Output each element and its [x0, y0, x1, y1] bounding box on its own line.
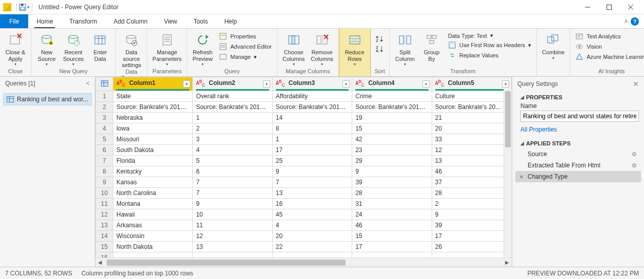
grid-cell[interactable]: Source: Bankrate's 2019 "Bes... [352, 102, 432, 113]
use-first-row-headers-button[interactable]: Use First Row as Headers ▾ [446, 40, 533, 50]
grid-cell[interactable]: Montana [113, 199, 193, 209]
grid-cell[interactable]: 26 [432, 242, 511, 252]
grid-cell[interactable]: 21 [432, 113, 511, 123]
advanced-editor-button[interactable]: Advanced Editor [217, 42, 274, 51]
close-button[interactable] [620, 1, 641, 13]
grid-cell[interactable]: 33 [432, 134, 511, 145]
filter-dropdown-icon[interactable]: ▾ [263, 80, 270, 88]
grid-cell[interactable]: 20 [272, 231, 352, 242]
grid-cell[interactable]: 1 [272, 134, 352, 145]
grid-cell[interactable]: North Carolina [113, 188, 193, 199]
grid-cell[interactable]: 10 [193, 209, 272, 220]
row-header[interactable]: 16 [96, 252, 113, 257]
grid-cell[interactable]: 3 [193, 134, 272, 145]
applied-steps-header[interactable]: ◢APPLIED STEPS [512, 137, 644, 147]
choose-columns-button[interactable]: Choose Columns▾ [280, 30, 307, 67]
properties-button[interactable]: Properties [217, 32, 274, 41]
grid-cell[interactable]: 7 [193, 177, 272, 188]
grid-cell[interactable]: Source: Bankrate's 2019 "Bes... [272, 102, 352, 113]
grid-cell[interactable]: Iowa [113, 123, 193, 134]
grid-cell[interactable]: 13 [272, 188, 352, 199]
row-header[interactable]: 3 [96, 113, 113, 123]
grid-cell[interactable]: 8 [272, 123, 352, 134]
grid-cell[interactable]: 17 [432, 231, 511, 242]
grid-cell[interactable]: Hawaii [113, 209, 193, 220]
delete-step-icon[interactable]: ✕ [519, 174, 524, 180]
maximize-button[interactable] [599, 1, 619, 13]
scroll-right-icon[interactable]: ▶ [502, 260, 512, 265]
grid-cell[interactable]: 20 [432, 123, 511, 134]
filter-dropdown-icon[interactable]: ▾ [422, 80, 430, 88]
row-header[interactable]: 15 [96, 242, 113, 252]
minimize-button[interactable] [577, 1, 598, 13]
grid-cell[interactable]: 28 [352, 188, 432, 199]
grid-cell[interactable]: Overall rank [193, 91, 272, 102]
grid-cell[interactable]: 14 [272, 113, 352, 123]
replace-values-button[interactable]: Replace Values [446, 51, 533, 60]
manage-button[interactable]: Manage ▾ [217, 52, 274, 61]
grid-cell[interactable]: 46 [352, 220, 432, 231]
row-header[interactable]: 9 [96, 177, 113, 188]
collapse-ribbon-icon[interactable]: ᐱ [625, 19, 628, 24]
azure-ml-button[interactable]: Azure Machine Learning [573, 52, 644, 61]
grid-cell[interactable]: 29 [352, 156, 432, 166]
grid-cell[interactable]: 9 [272, 166, 352, 177]
data-type-button[interactable]: Data Type: Text ▾ [446, 32, 533, 39]
grid-cell[interactable]: 39 [432, 220, 511, 231]
applied-step[interactable]: Source⚙ [515, 148, 641, 160]
grid-cell[interactable]: 15 [352, 231, 432, 242]
grid-cell[interactable]: 22 [272, 242, 352, 252]
grid-cell[interactable]: Culture [432, 91, 511, 102]
grid-cell[interactable] [352, 252, 432, 257]
grid-cell[interactable]: 12 [193, 231, 272, 242]
row-header[interactable]: 14 [96, 231, 113, 242]
vision-button[interactable]: Vision [573, 42, 644, 51]
grid-cell[interactable]: 5 [193, 156, 272, 166]
reduce-rows-button[interactable]: Reduce Rows▾ [343, 30, 367, 67]
grid-cell[interactable]: Source: Bankrate's 20... [432, 102, 511, 113]
grid-cell[interactable]: Florida [113, 156, 193, 166]
grid-cell[interactable]: 9 [352, 166, 432, 177]
grid-cell[interactable]: 46 [432, 166, 511, 177]
gear-icon[interactable]: ⚙ [632, 151, 637, 158]
row-header[interactable]: 12 [96, 209, 113, 220]
scroll-left-icon[interactable]: ◀ [95, 260, 105, 265]
grid-cell[interactable]: 2 [432, 199, 511, 209]
row-header[interactable]: 13 [96, 220, 113, 231]
tab-transform[interactable]: Transform [61, 14, 105, 28]
filter-dropdown-icon[interactable]: ▾ [183, 80, 190, 88]
grid-cell[interactable]: Source: Bankrate's 2019 "Bes... [193, 102, 272, 113]
grid-cell[interactable]: Source: Bankrate's 2019 "Bes... [113, 102, 193, 113]
column-header-column2[interactable]: ABC Column2▾ [193, 77, 272, 91]
column-header-column1[interactable]: ABC Column1▾ [113, 77, 193, 91]
grid-cell[interactable] [272, 252, 352, 257]
vertical-scrollbar[interactable] [504, 89, 512, 257]
applied-step[interactable]: Extracted Table From Html⚙ [515, 160, 641, 171]
grid-corner[interactable] [96, 77, 113, 91]
filter-dropdown-icon[interactable]: ▾ [343, 80, 350, 88]
grid-cell[interactable]: 13 [193, 242, 272, 252]
grid-cell[interactable]: 12 [432, 145, 511, 156]
grid-cell[interactable]: 28 [432, 188, 511, 199]
tab-help[interactable]: Help [216, 14, 245, 28]
save-icon[interactable] [19, 4, 26, 11]
grid-cell[interactable] [113, 252, 193, 257]
grid-cell[interactable]: 42 [352, 134, 432, 145]
tab-home[interactable]: Home [28, 14, 61, 28]
query-item[interactable]: Ranking of best and wor... [3, 93, 92, 105]
row-header[interactable]: 4 [96, 123, 113, 134]
grid-cell[interactable]: 45 [272, 209, 352, 220]
grid-cell[interactable]: 39 [352, 177, 432, 188]
row-header[interactable]: 1 [96, 91, 113, 102]
gear-icon[interactable]: ⚙ [632, 162, 637, 169]
enter-data-button[interactable]: Enter Data [88, 30, 112, 62]
combine-button[interactable]: Combine▾ [540, 30, 567, 60]
refresh-preview-button[interactable]: Refresh Preview▾ [190, 30, 215, 67]
grid-cell[interactable] [432, 252, 511, 257]
group-by-button[interactable]: Group By [419, 30, 444, 62]
grid-cell[interactable]: 11 [193, 220, 272, 231]
grid-cell[interactable]: 19 [352, 113, 432, 123]
grid-cell[interactable]: Kentucky [113, 166, 193, 177]
column-header-column4[interactable]: ABC Column4▾ [352, 77, 432, 91]
sort-desc-button[interactable]: ZA [374, 44, 386, 53]
